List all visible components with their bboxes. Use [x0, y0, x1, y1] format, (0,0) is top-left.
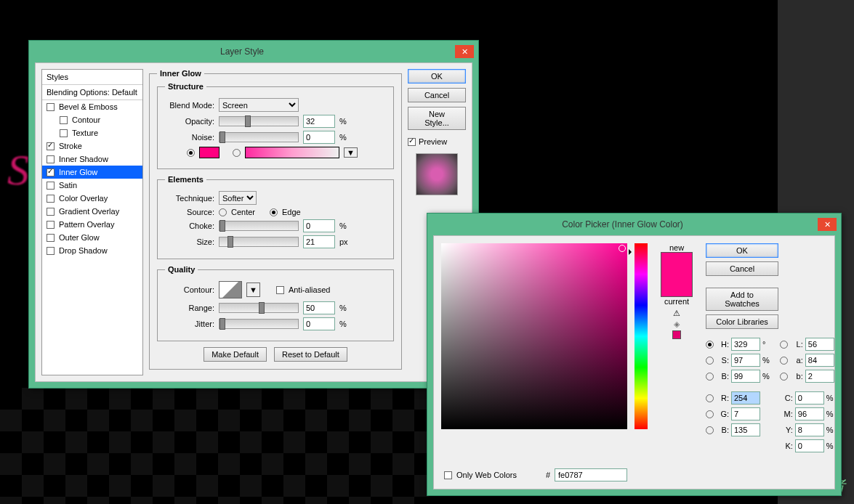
color-radio[interactable]: [187, 149, 195, 157]
ok-button[interactable]: OK: [706, 243, 778, 258]
make-default-button[interactable]: Make Default: [204, 347, 267, 362]
blab-radio[interactable]: [780, 373, 788, 381]
style-label: Outer Glow: [59, 233, 100, 242]
h-input[interactable]: [731, 338, 760, 351]
style-item-satin[interactable]: Satin: [42, 179, 142, 192]
opacity-input[interactable]: [303, 115, 335, 128]
titlebar[interactable]: Layer Style ✕: [29, 41, 478, 62]
y-input[interactable]: [795, 423, 824, 436]
pct-label: %: [826, 442, 834, 450]
saturation-value-field[interactable]: [441, 243, 627, 429]
hex-input[interactable]: [555, 468, 627, 481]
a-input[interactable]: [805, 354, 834, 367]
current-color-swatch[interactable]: [661, 275, 692, 296]
size-slider[interactable]: [219, 237, 299, 247]
style-item-contour[interactable]: Contour: [42, 113, 142, 126]
range-slider[interactable]: [219, 303, 299, 313]
style-label: Satin: [59, 181, 77, 190]
b-radio[interactable]: [706, 373, 714, 381]
m-input[interactable]: [795, 407, 824, 420]
warning-icon[interactable]: ⚠: [673, 309, 680, 318]
s-input[interactable]: [731, 354, 760, 367]
size-input[interactable]: [303, 235, 335, 248]
bhsb-input[interactable]: [731, 370, 760, 383]
style-checkbox[interactable]: [47, 195, 55, 203]
style-item-texture[interactable]: Texture: [42, 126, 142, 139]
source-edge-radio[interactable]: [270, 208, 278, 216]
brgb-label: B:: [716, 426, 729, 434]
style-checkbox[interactable]: [60, 129, 68, 137]
antialiased-checkbox[interactable]: [276, 286, 284, 294]
styles-header[interactable]: Styles: [42, 70, 142, 85]
r-radio[interactable]: [706, 394, 714, 402]
cancel-button[interactable]: Cancel: [408, 88, 466, 102]
cube-icon[interactable]: ◈: [674, 320, 680, 329]
add-swatches-button[interactable]: Add to Swatches: [706, 288, 778, 311]
g-radio[interactable]: [706, 410, 714, 418]
technique-select[interactable]: Softer: [219, 191, 257, 205]
new-style-button[interactable]: New Style...: [408, 107, 466, 130]
chevron-down-icon[interactable]: ▼: [344, 147, 358, 158]
k-input[interactable]: [795, 439, 824, 452]
style-checkbox[interactable]: [47, 221, 55, 229]
style-checkbox[interactable]: [47, 208, 55, 216]
blend-mode-select[interactable]: Screen: [219, 98, 299, 112]
source-center-radio[interactable]: [219, 208, 227, 216]
choke-input[interactable]: [303, 219, 335, 232]
style-checkbox[interactable]: [47, 142, 55, 150]
style-item-inner-glow[interactable]: Inner Glow: [42, 166, 142, 179]
noise-slider[interactable]: [219, 132, 299, 142]
brgb-input[interactable]: [731, 423, 760, 436]
color-swatch[interactable]: [199, 147, 219, 158]
style-checkbox[interactable]: [47, 168, 55, 176]
style-checkbox[interactable]: [47, 103, 55, 111]
r-input[interactable]: [731, 391, 760, 405]
ok-button[interactable]: OK: [408, 69, 466, 84]
reset-default-button[interactable]: Reset to Default: [274, 347, 347, 362]
close-button[interactable]: ✕: [455, 45, 474, 58]
c-input[interactable]: [795, 391, 824, 405]
range-input[interactable]: [303, 301, 335, 314]
chevron-down-icon[interactable]: ▼: [246, 283, 260, 297]
style-item-pattern-overlay[interactable]: Pattern Overlay: [42, 218, 142, 231]
s-radio[interactable]: [706, 357, 714, 365]
brgb-radio[interactable]: [706, 426, 714, 434]
color-libraries-button[interactable]: Color Libraries: [706, 314, 778, 329]
style-item-bevel-emboss[interactable]: Bevel & Emboss: [42, 100, 142, 113]
opacity-slider[interactable]: [219, 116, 299, 126]
gradient-swatch[interactable]: [245, 147, 339, 158]
noise-input[interactable]: [303, 131, 335, 144]
style-checkbox[interactable]: [47, 182, 55, 190]
choke-slider[interactable]: [219, 221, 299, 231]
cancel-button[interactable]: Cancel: [706, 261, 778, 276]
blending-header[interactable]: Blending Options: Default: [42, 85, 142, 100]
a-radio[interactable]: [780, 357, 788, 365]
style-checkbox[interactable]: [47, 247, 55, 255]
style-item-gradient-overlay[interactable]: Gradient Overlay: [42, 205, 142, 218]
style-item-outer-glow[interactable]: Outer Glow: [42, 231, 142, 244]
new-color-swatch[interactable]: [661, 253, 692, 275]
contour-swatch[interactable]: [219, 281, 242, 298]
style-checkbox[interactable]: [47, 234, 55, 242]
g-input[interactable]: [731, 407, 760, 420]
jitter-input[interactable]: [303, 317, 335, 330]
style-item-inner-shadow[interactable]: Inner Shadow: [42, 153, 142, 166]
close-button[interactable]: ✕: [818, 218, 837, 231]
titlebar[interactable]: Color Picker (Inner Glow Color) ✕: [427, 214, 841, 235]
style-checkbox[interactable]: [47, 155, 55, 163]
jitter-slider[interactable]: [219, 319, 299, 329]
style-item-drop-shadow[interactable]: Drop Shadow: [42, 244, 142, 257]
l-input[interactable]: [805, 338, 834, 351]
style-checkbox[interactable]: [60, 116, 68, 124]
hue-strip[interactable]: [635, 243, 648, 429]
h-radio[interactable]: [706, 341, 714, 349]
blab-input[interactable]: [805, 370, 834, 383]
only-web-checkbox[interactable]: [444, 471, 452, 479]
structure-group: Structure Blend Mode: Screen Opacity: % …: [157, 82, 394, 169]
gradient-radio[interactable]: [233, 149, 241, 157]
preview-checkbox[interactable]: [408, 138, 416, 146]
style-item-stroke[interactable]: Stroke: [42, 139, 142, 153]
style-item-color-overlay[interactable]: Color Overlay: [42, 192, 142, 205]
l-radio[interactable]: [780, 341, 788, 349]
nearest-swatch[interactable]: [672, 330, 681, 339]
